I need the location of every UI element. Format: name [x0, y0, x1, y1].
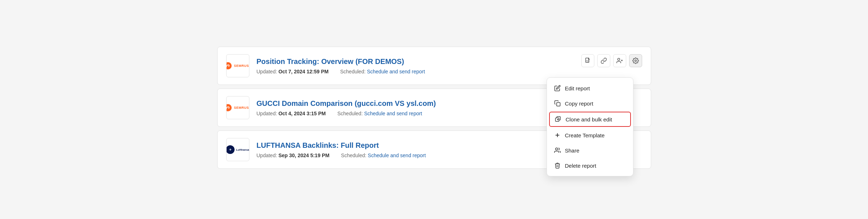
svg-point-3: [618, 58, 620, 60]
report-updated-label-3: Updated: Sep 30, 2024 5:19 PM: [257, 153, 330, 158]
lufthansa-circle: ✈: [226, 145, 235, 154]
report-updated-date-1: Oct 7, 2024 12:59 PM: [278, 69, 329, 74]
page-container: semrush Position Tracking: Overview (FOR…: [217, 47, 651, 172]
link-button[interactable]: [597, 54, 610, 67]
schedule-link-3[interactable]: Schedule and send report: [368, 153, 426, 158]
settings-button[interactable]: [629, 54, 642, 67]
share-label: Share: [565, 147, 580, 154]
semrush-logo-2: SEMRUSH: [226, 103, 249, 112]
report-scheduled-label-2: Scheduled: Schedule and send report: [337, 111, 422, 116]
add-user-icon: [616, 57, 623, 64]
lufthansa-logo: ✈ Lufthansa: [226, 145, 249, 154]
add-user-button[interactable]: [613, 54, 626, 67]
report-updated-date-3: Sep 30, 2024 5:19 PM: [278, 153, 329, 158]
semrush-icon-2: [226, 103, 233, 112]
semrush-text-1: semrush: [234, 64, 249, 68]
create-template-label: Create Template: [565, 132, 605, 138]
pencil-icon: [554, 85, 561, 91]
svg-point-6: [635, 60, 636, 62]
svg-rect-7: [556, 103, 560, 106]
plus-icon: [554, 132, 561, 138]
svg-point-13: [555, 148, 557, 150]
report-scheduled-label-3: Scheduled: Schedule and send report: [341, 153, 426, 158]
report-meta-1: Updated: Oct 7, 2024 12:59 PM Scheduled:…: [257, 69, 642, 74]
share-icon: [554, 147, 561, 154]
semrush-text-2: SEMRUSH: [234, 106, 249, 110]
report-updated-label-2: Updated: Oct 4, 2024 3:15 PM: [257, 111, 326, 116]
report-updated-label-1: Updated: Oct 7, 2024 12:59 PM: [257, 69, 329, 74]
pdf-button[interactable]: PDF: [581, 54, 594, 67]
gear-icon: [632, 57, 639, 64]
dropdown-copy-report[interactable]: Copy report: [547, 96, 633, 111]
svg-text:PDF: PDF: [586, 60, 589, 62]
report-logo-2: SEMRUSH: [226, 96, 249, 119]
report-logo-3: ✈ Lufthansa: [226, 138, 249, 161]
report-list: semrush Position Tracking: Overview (FOR…: [217, 47, 651, 172]
dropdown-delete-report[interactable]: Delete report: [547, 158, 633, 173]
schedule-link-1[interactable]: Schedule and send report: [367, 69, 425, 74]
delete-report-label: Delete report: [565, 163, 597, 169]
edit-report-label: Edit report: [565, 85, 590, 91]
dropdown-clone-bulk-edit[interactable]: Clone and bulk edit: [549, 112, 631, 127]
clone-bulk-edit-label: Clone and bulk edit: [566, 116, 612, 123]
report-updated-date-2: Oct 4, 2024 3:15 PM: [278, 111, 326, 116]
toolbar: PDF: [581, 54, 642, 67]
report-logo-1: semrush: [226, 54, 249, 77]
link-icon: [601, 57, 607, 64]
semrush-icon-1: [226, 61, 233, 70]
delete-icon: [554, 162, 561, 169]
schedule-link-2[interactable]: Schedule and send report: [364, 111, 422, 116]
report-scheduled-label-1: Scheduled: Schedule and send report: [340, 69, 425, 74]
clone-icon: [555, 116, 561, 123]
semrush-logo-1: semrush: [226, 61, 249, 70]
dropdown-create-template[interactable]: Create Template: [547, 128, 633, 143]
dropdown-share[interactable]: Share: [547, 143, 633, 158]
dropdown-menu: Edit report Copy report: [547, 77, 633, 176]
copy-icon: [554, 100, 561, 107]
report-card-1: semrush Position Tracking: Overview (FOR…: [217, 47, 651, 85]
lufthansa-text: Lufthansa: [236, 149, 249, 151]
lufthansa-circle-icon: ✈: [229, 148, 232, 151]
copy-report-label: Copy report: [565, 100, 593, 107]
dropdown-edit-report[interactable]: Edit report: [547, 81, 633, 96]
pdf-icon: PDF: [585, 57, 591, 64]
